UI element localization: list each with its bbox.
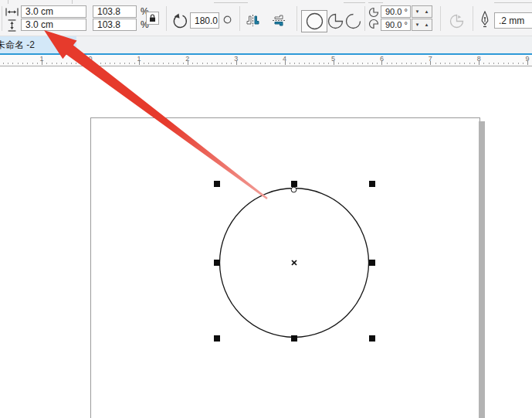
ruler-minor-tick bbox=[8, 63, 8, 64]
ruler-minor-tick bbox=[27, 63, 28, 64]
ruler-tick bbox=[188, 61, 188, 65]
ruler-tick bbox=[479, 61, 479, 65]
ruler-minor-tick bbox=[368, 63, 368, 64]
spinner-down-icon[interactable]: ▼ bbox=[415, 9, 420, 14]
ruler-minor-tick bbox=[212, 63, 212, 64]
pie-mode-button[interactable] bbox=[327, 12, 344, 29]
ruler-minor-tick bbox=[415, 63, 416, 64]
ruler-minor-tick bbox=[280, 63, 280, 64]
ruler-minor-tick bbox=[372, 63, 373, 64]
ruler-minor-tick bbox=[163, 63, 164, 64]
ruler-minor-tick bbox=[518, 63, 519, 64]
ruler-minor-tick bbox=[158, 63, 159, 64]
spinner-up-icon[interactable]: ▲ bbox=[425, 9, 429, 14]
ruler-tick bbox=[236, 61, 237, 65]
arc-mode-button[interactable] bbox=[344, 12, 361, 29]
ruler-minor-tick bbox=[86, 63, 86, 64]
ruler-minor-tick bbox=[95, 63, 96, 64]
ruler-minor-tick bbox=[71, 63, 72, 64]
ruler-minor-tick bbox=[508, 63, 509, 64]
rotation-angle-input[interactable] bbox=[190, 12, 219, 29]
document-tab[interactable]: 未命名 -2 bbox=[0, 36, 76, 53]
ruler-minor-tick bbox=[100, 63, 101, 64]
toolbar-remnant bbox=[214, 2, 248, 3]
ruler-minor-tick bbox=[22, 63, 23, 64]
toolbar-remnant bbox=[344, 2, 365, 3]
ruler-minor-tick bbox=[464, 63, 465, 64]
ruler-minor-tick bbox=[173, 63, 174, 64]
ruler-minor-tick bbox=[144, 63, 144, 64]
ruler-minor-tick bbox=[338, 63, 339, 64]
ruler-minor-tick bbox=[197, 63, 198, 64]
ruler-minor-tick bbox=[347, 63, 348, 64]
ruler-minor-tick bbox=[275, 63, 276, 64]
ruler-minor-tick bbox=[455, 63, 456, 64]
ruler-tick bbox=[285, 61, 286, 65]
rotate-icon bbox=[171, 13, 188, 29]
ruler-tick bbox=[139, 61, 140, 65]
object-width-input[interactable] bbox=[21, 5, 86, 18]
ruler-minor-tick bbox=[207, 63, 208, 64]
ruler-minor-tick bbox=[124, 63, 125, 64]
ruler-minor-tick bbox=[56, 63, 57, 64]
ruler-minor-tick bbox=[217, 63, 218, 64]
ruler-tick bbox=[381, 61, 382, 65]
arc-icon bbox=[345, 13, 361, 29]
ruler-minor-tick bbox=[324, 63, 324, 64]
arc-end-angle-input[interactable] bbox=[381, 19, 411, 31]
ruler-minor-tick bbox=[328, 63, 329, 64]
ellipse-mode-button[interactable] bbox=[301, 10, 327, 32]
object-height-input[interactable] bbox=[21, 19, 86, 31]
ruler-tick bbox=[527, 61, 528, 65]
ruler-minor-tick bbox=[489, 63, 490, 64]
scale-horizontal-input[interactable] bbox=[93, 5, 137, 18]
toolbar-remnant bbox=[72, 0, 73, 4]
ruler-minor-tick bbox=[421, 63, 422, 64]
separator bbox=[364, 6, 365, 31]
ruler-minor-tick bbox=[222, 63, 222, 64]
mirror-horizontal-icon bbox=[246, 14, 260, 27]
ruler-minor-tick bbox=[114, 63, 115, 64]
arc-end-spinner[interactable]: ▼ ▲ bbox=[412, 19, 432, 31]
ruler-minor-tick bbox=[178, 63, 178, 64]
separator bbox=[166, 6, 167, 31]
ruler-minor-tick bbox=[449, 63, 450, 64]
ruler-minor-tick bbox=[3, 63, 4, 64]
ruler-minor-tick bbox=[46, 63, 47, 64]
horizontal-ruler[interactable]: 10123456789 bbox=[0, 55, 532, 66]
change-direction-icon bbox=[449, 13, 465, 29]
scale-vertical-input[interactable] bbox=[93, 19, 137, 31]
ruler-minor-tick bbox=[52, 63, 53, 64]
app-window: { "toolbar": { "size": { "width": "3.0 c… bbox=[0, 0, 532, 418]
ruler-tick bbox=[42, 61, 42, 65]
ruler-minor-tick bbox=[134, 63, 135, 64]
spinner-down-icon[interactable]: ▼ bbox=[415, 22, 420, 27]
arc-end-angle-icon bbox=[368, 19, 379, 29]
ruler-minor-tick bbox=[265, 63, 266, 64]
ruler-minor-tick bbox=[391, 63, 392, 64]
ruler-minor-tick bbox=[402, 63, 402, 64]
ruler-minor-tick bbox=[353, 63, 354, 64]
rotation-indicator-icon bbox=[223, 15, 232, 24]
separator bbox=[239, 6, 240, 31]
change-direction-button[interactable] bbox=[448, 12, 466, 30]
toolbar-remnant bbox=[8, 0, 8, 4]
arc-start-spinner[interactable]: ▼ ▲ bbox=[412, 5, 432, 18]
ruler-minor-tick bbox=[411, 63, 412, 64]
mirror-horizontal-button[interactable] bbox=[244, 12, 262, 29]
arc-start-angle-input[interactable] bbox=[381, 5, 411, 18]
ruler-minor-tick bbox=[387, 63, 388, 64]
ruler-minor-tick bbox=[66, 63, 67, 64]
toolbar-remnant bbox=[494, 2, 532, 3]
page[interactable] bbox=[90, 117, 480, 418]
pie-icon bbox=[327, 13, 344, 29]
ruler-minor-tick bbox=[192, 63, 193, 64]
mirror-vertical-button[interactable] bbox=[270, 12, 288, 29]
ruler-minor-tick bbox=[12, 63, 13, 64]
lock-ratio-button[interactable] bbox=[146, 12, 159, 25]
ruler-minor-tick bbox=[440, 63, 441, 64]
spinner-up-icon[interactable]: ▲ bbox=[425, 22, 429, 27]
ruler-minor-tick bbox=[474, 63, 475, 64]
ruler-minor-tick bbox=[513, 63, 513, 64]
outline-width-input[interactable] bbox=[494, 12, 532, 29]
